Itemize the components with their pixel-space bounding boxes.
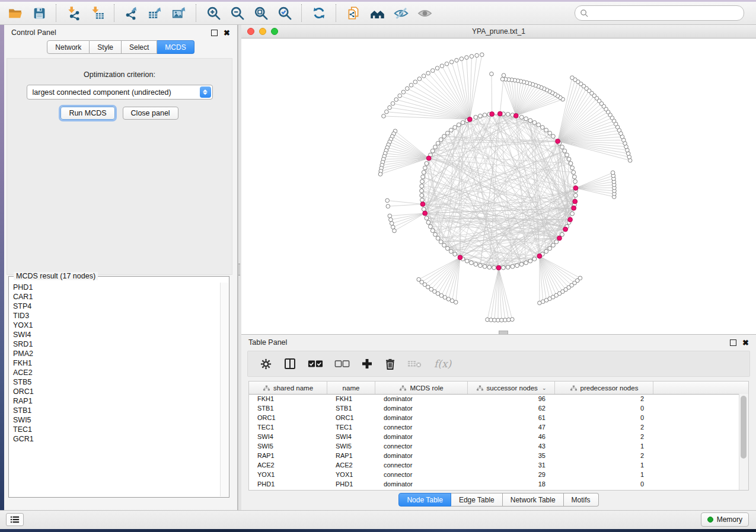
export-image-button[interactable] [167,4,191,23]
table-scrollbar-thumb[interactable] [741,396,747,459]
search-input[interactable] [589,8,739,18]
tab-select[interactable]: Select [122,40,157,54]
search-box[interactable] [575,5,744,21]
tab-style[interactable]: Style [90,40,122,54]
network-canvas[interactable] [241,38,756,334]
table-cell: 0 [555,479,653,489]
mcds-result-item[interactable]: SWI4 [9,330,220,339]
table-row[interactable]: TEC1TEC1connector472 [249,422,739,432]
first-neighbors-button[interactable] [365,4,389,23]
close-table-panel-icon[interactable]: ✖ [742,339,749,347]
tab-motifs[interactable]: Motifs [564,493,599,507]
table-settings-button[interactable] [260,358,272,370]
tab-network-table[interactable]: Network Table [503,493,564,507]
column-header-shared-name[interactable]: shared name [249,382,327,394]
show-all-button[interactable] [413,4,436,23]
table-cell: dominator [375,403,468,413]
table-cell: 31 [468,460,555,470]
splitter-grip[interactable] [238,264,240,275]
delete-table-button[interactable] [407,358,423,369]
table-row[interactable]: RAP1RAP1dominator352 [249,451,739,460]
table-cell: SWI4 [249,432,327,441]
toolbar-separator [196,4,197,22]
mcds-result-list[interactable]: PHD1CAR1STP4TID3YOX1SWI4SRD1PMA2FKH1ACE2… [9,283,220,496]
mcds-result-item[interactable]: STP4 [9,302,220,311]
mcds-result-item[interactable]: YOX1 [9,321,220,330]
zoom-out-button[interactable] [225,4,249,23]
table-cell: ORC1 [327,413,375,422]
eye-slash-icon [393,5,409,21]
import-table-button[interactable] [85,4,109,23]
run-mcds-button[interactable]: Run MCDS [60,107,114,120]
select-all-rows-button[interactable] [308,358,323,369]
tab-mcds[interactable]: MCDS [157,40,194,54]
refresh-layout-button[interactable] [307,4,331,23]
column-header-predecessor-nodes[interactable]: predecessor nodes [555,382,653,394]
zoom-selected-button[interactable] [273,4,296,23]
mcds-result-item[interactable]: TID3 [9,311,220,321]
float-table-panel-icon[interactable] [730,339,736,346]
table-cell: FKH1 [249,394,327,403]
table-row[interactable]: ORC1ORC1dominator610 [249,413,739,422]
mcds-result-item[interactable]: STB1 [9,406,220,415]
memory-status-icon [707,517,713,523]
mcds-result-item[interactable]: ORC1 [9,387,220,396]
zoom-fit-button[interactable] [249,4,273,23]
show-task-history-button[interactable] [6,513,24,526]
node-table-body[interactable]: FKH1FKH1dominator962STB1STB1dominator620… [249,394,739,490]
mcds-result-item[interactable]: GCR1 [9,434,220,444]
gear-icon [260,358,272,370]
table-cell: dominator [375,394,468,403]
table-scrollbar[interactable] [739,394,748,490]
mcds-result-item[interactable]: PHD1 [9,283,220,292]
show-columns-button[interactable] [283,357,296,370]
network-graph[interactable] [241,38,756,334]
save-session-button[interactable] [27,4,51,23]
mcds-result-item[interactable]: SWI5 [9,415,220,425]
duplicate-network-button[interactable] [342,4,365,23]
mcds-list-scrollbar[interactable] [220,283,228,496]
column-header-mcds-role[interactable]: MCDS role [375,382,468,394]
close-panel-button[interactable]: Close panel [123,107,178,120]
tab-network[interactable]: Network [47,40,90,54]
node-table-header: shared name name MCDS role successor nod… [249,382,748,395]
column-header-name[interactable]: name [327,382,375,394]
table-cell: dominator [375,479,468,489]
open-file-button[interactable] [4,4,27,23]
tab-edge-table[interactable]: Edge Table [451,493,503,507]
mcds-result-item[interactable]: SRD1 [9,339,220,349]
mcds-result-item[interactable]: RAP1 [9,396,220,406]
mcds-result-item[interactable]: TEC1 [9,425,220,434]
delete-column-button[interactable] [384,357,396,370]
table-row[interactable]: FKH1FKH1dominator962 [249,394,739,403]
zoom-in-button[interactable] [202,4,225,23]
table-toolbar: f(x) [247,351,750,377]
mcds-result-item[interactable]: CAR1 [9,292,220,302]
table-row[interactable]: SWI5SWI5connector431 [249,441,739,451]
column-header-successor-nodes[interactable]: successor nodes ⌄ [468,382,555,394]
mcds-result-item[interactable]: STB5 [9,377,220,387]
function-builder-button[interactable]: f(x) [434,358,451,370]
import-network-button[interactable] [62,4,85,23]
mcds-result-item[interactable]: ACE2 [9,368,220,377]
hide-selected-button[interactable] [389,4,413,23]
table-row[interactable]: YOX1YOX1connector291 [249,470,739,479]
mcds-result-item[interactable]: PMA2 [9,349,220,358]
table-row[interactable]: PHD1PHD1dominator180 [249,479,739,489]
table-row[interactable]: ACE2ACE2connector311 [249,460,739,470]
optimization-criterion-select[interactable]: largest connected component (undirected) [27,85,213,100]
table-row[interactable]: STB1STB1dominator620 [249,403,739,413]
export-network-button[interactable] [120,4,143,23]
table-row[interactable]: SWI4SWI4dominator462 [249,432,739,441]
export-table-button[interactable] [143,4,167,23]
close-panel-icon[interactable]: ✖ [224,29,230,37]
mcds-result-item[interactable]: FKH1 [9,358,220,368]
clear-selection-button[interactable] [334,358,350,369]
tab-node-table[interactable]: Node Table [398,493,451,507]
mcds-result-groupbox: MCDS result (17 nodes) PHD1CAR1STP4TID3Y… [8,276,229,498]
table-cell: dominator [375,451,468,460]
memory-button[interactable]: Memory [701,512,749,527]
table-cell: 2 [555,422,653,432]
float-panel-icon[interactable] [211,30,218,36]
add-column-button[interactable] [361,358,373,370]
